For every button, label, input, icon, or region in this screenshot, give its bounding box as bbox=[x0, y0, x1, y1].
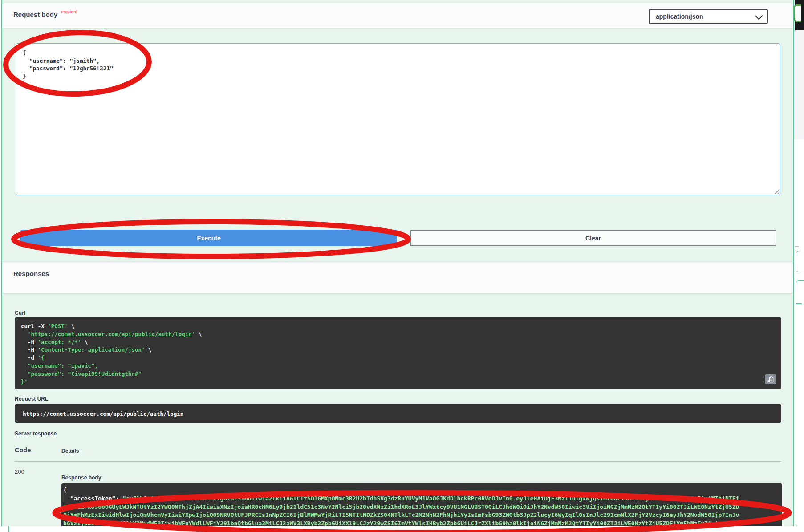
right-edge-opblock-fragment-2 bbox=[796, 280, 804, 527]
request-url-label: Request URL bbox=[15, 396, 48, 402]
right-edge-green-button-fragment bbox=[794, 4, 801, 22]
curl-label: Curl bbox=[15, 310, 25, 316]
right-edge-opblock-fragment-1 bbox=[796, 251, 804, 272]
swagger-operation-page: Request body required application/json {… bbox=[0, 0, 804, 532]
next-opblock-border-fragment bbox=[8, 526, 9, 532]
response-body-block: { "accessToken": "eyJhbGciOiJSUzI1NiIsIn… bbox=[61, 483, 782, 532]
curl-code-block: curl -X 'POST' \ 'https://comet.ussoccer… bbox=[15, 317, 781, 389]
required-badge: required bbox=[61, 9, 77, 14]
response-body-label: Response body bbox=[61, 475, 101, 481]
request-body-textarea[interactable]: { "username": "jsmith", "password": "12g… bbox=[16, 43, 780, 195]
request-body-title: Request body bbox=[13, 11, 57, 18]
request-url-value: https://comet.ussoccer.com/api/public/au… bbox=[23, 410, 183, 417]
responses-header-band bbox=[2, 262, 793, 293]
clear-button[interactable]: Clear bbox=[410, 230, 776, 246]
responses-title: Responses bbox=[13, 270, 49, 277]
request-url-bar: https://comet.ussoccer.com/api/public/au… bbox=[15, 404, 781, 423]
execute-button[interactable]: Execute bbox=[20, 230, 397, 246]
chevron-down-icon bbox=[755, 12, 763, 20]
code-column-header: Code bbox=[15, 447, 31, 454]
copy-to-clipboard-button[interactable] bbox=[765, 374, 776, 384]
content-type-select[interactable]: application/json bbox=[649, 9, 768, 24]
right-edge-scroll-dash bbox=[795, 246, 799, 247]
page-bottom-strip bbox=[0, 526, 804, 532]
table-header-divider bbox=[15, 461, 781, 462]
right-edge-opblock-tick bbox=[796, 303, 802, 304]
status-code: 200 bbox=[15, 468, 24, 475]
copy-to-clipboard-icon bbox=[767, 376, 774, 383]
server-response-label: Server response bbox=[15, 430, 57, 437]
details-column-header: Details bbox=[61, 448, 79, 454]
content-type-value: application/json bbox=[656, 13, 703, 20]
